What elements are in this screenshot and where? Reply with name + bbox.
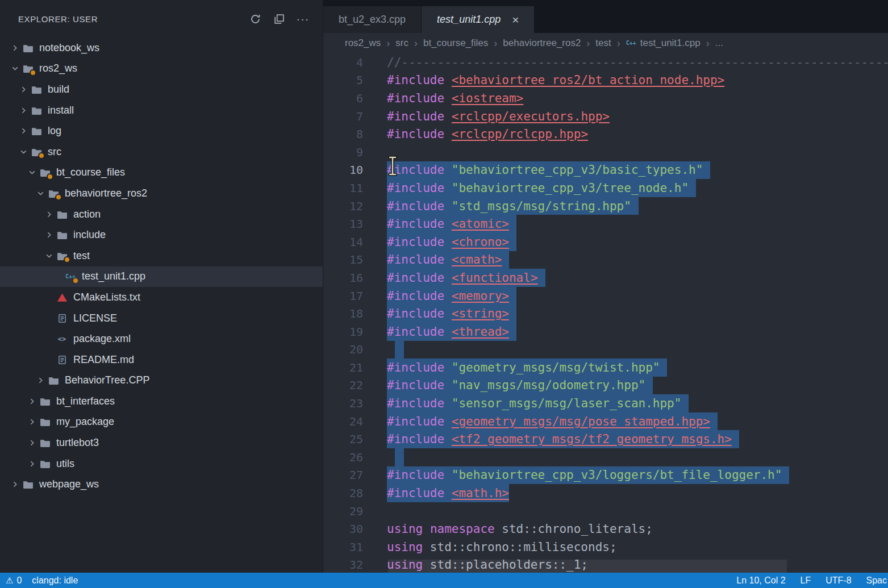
breadcrumb-item-[interactable]: ... bbox=[715, 37, 723, 49]
code-line-7[interactable]: 7#include <rclcpp/executors.hpp> bbox=[323, 107, 888, 126]
line-number: 11 bbox=[323, 181, 363, 195]
code-line-10[interactable]: 10#include "behaviortree_cpp_v3/basic_ty… bbox=[323, 161, 888, 180]
tree-item-behaviortree-ros2[interactable]: behaviortree_ros2 bbox=[0, 183, 323, 204]
breadcrumb-item-src[interactable]: src bbox=[395, 37, 408, 49]
tree-item-bt-interfaces[interactable]: bt_interfaces bbox=[0, 391, 323, 412]
tree-item-my-package[interactable]: my_package bbox=[0, 412, 323, 433]
code-line-4[interactable]: 4//-------------------------------------… bbox=[323, 53, 888, 72]
chevron-right-icon bbox=[26, 416, 37, 428]
code-line-12[interactable]: 12#include "std_msgs/msg/string.hpp" bbox=[323, 197, 888, 215]
encoding-selector[interactable]: UTF-8 bbox=[826, 576, 851, 586]
code-line-24[interactable]: 24#include <geometry_msgs/msg/pose_stamp… bbox=[323, 412, 888, 431]
tree-item-utils[interactable]: utils bbox=[0, 453, 323, 474]
warnings-indicator[interactable]: ⚠0 bbox=[6, 576, 22, 586]
twisty-spacer bbox=[43, 312, 55, 324]
tab-bt-u2-ex3-cpp[interactable]: bt_u2_ex3.cpp bbox=[323, 6, 422, 33]
tree-item-behaviortree-cpp[interactable]: BehaviorTree.CPP bbox=[0, 370, 323, 391]
tree-item-install[interactable]: install bbox=[0, 100, 323, 121]
document-file-icon bbox=[56, 312, 68, 324]
folder-icon bbox=[39, 458, 51, 469]
tree-item-test[interactable]: test bbox=[0, 245, 323, 266]
tree-item-src[interactable]: src bbox=[0, 141, 323, 162]
code-line-25[interactable]: 25#include <tf2_geometry_msgs/tf2_geomet… bbox=[323, 430, 888, 448]
code-line-11[interactable]: 11#include "behaviortree_cpp_v3/tree_nod… bbox=[323, 179, 888, 197]
tree-item-build[interactable]: build bbox=[0, 79, 323, 100]
refresh-icon bbox=[250, 14, 261, 24]
refresh-button[interactable] bbox=[247, 10, 264, 27]
code-line-30[interactable]: 30using namespace std::chrono_literals; bbox=[323, 520, 888, 538]
code-line-15[interactable]: 15#include <cmath> bbox=[323, 251, 888, 269]
breadcrumb-separator-icon: › bbox=[386, 37, 390, 49]
code-line-28[interactable]: 28#include <math.h> bbox=[323, 484, 888, 502]
tree-item-notebook-ws[interactable]: notebook_ws bbox=[0, 37, 323, 59]
code-line-19[interactable]: 19#include <thread> bbox=[323, 323, 888, 341]
line-number: 18 bbox=[323, 307, 363, 320]
chevron-right-icon bbox=[18, 84, 29, 95]
tree-item-bt-course-files[interactable]: bt_course_files bbox=[0, 162, 323, 184]
code-line-16[interactable]: 16#include <functional> bbox=[323, 269, 888, 287]
code-line-9[interactable]: 9 bbox=[323, 143, 888, 161]
code-lines: 4//-------------------------------------… bbox=[323, 53, 888, 573]
code-line-14[interactable]: 14#include <chrono> bbox=[323, 233, 888, 251]
tree-item-license[interactable]: LICENSE bbox=[0, 308, 323, 329]
collapse-folders-button[interactable] bbox=[270, 10, 287, 27]
tree-item-package-xml[interactable]: <>package.xml bbox=[0, 328, 323, 349]
code-line-21[interactable]: 21#include "geometry_msgs/msg/twist.hpp" bbox=[323, 358, 888, 377]
code-line-6[interactable]: 6#include <iostream> bbox=[323, 89, 888, 107]
tree-item-webpage-ws[interactable]: webpage_ws bbox=[0, 474, 323, 495]
breadcrumb-item-test-unit1-cpp[interactable]: C++test_unit1.cpp bbox=[626, 37, 701, 49]
tab-test-unit1-cpp[interactable]: test_unit1.cpp× bbox=[422, 6, 535, 33]
tree-item-ros2-ws[interactable]: ros2_ws bbox=[0, 59, 323, 80]
selection-stub bbox=[395, 341, 404, 359]
code-line-22[interactable]: 22#include "nav_msgs/msg/odometry.hpp" bbox=[323, 377, 888, 395]
close-icon[interactable]: × bbox=[512, 14, 519, 26]
line-number: 13 bbox=[323, 217, 363, 231]
code-line-23[interactable]: 23#include "sensor_msgs/msg/laser_scan.h… bbox=[323, 394, 888, 412]
code-line-27[interactable]: 27#include "behaviortree_cpp_v3/loggers/… bbox=[323, 466, 888, 485]
code-line-5[interactable]: 5#include <behaviortree_ros2/bt_action_n… bbox=[323, 72, 888, 90]
git-modified-dot bbox=[55, 194, 62, 201]
clangd-status[interactable]: clangd: idle bbox=[32, 576, 78, 586]
tree-item-label: CMakeLists.txt bbox=[73, 291, 140, 303]
tree-item-include[interactable]: include bbox=[0, 224, 323, 245]
twisty-spacer bbox=[43, 354, 55, 365]
tree-item-log[interactable]: log bbox=[0, 120, 323, 141]
chevron-down-icon bbox=[9, 63, 20, 74]
code-line-18[interactable]: 18#include <string> bbox=[323, 305, 888, 323]
tree-item-label: notebook_ws bbox=[39, 42, 99, 54]
breadcrumb-item-behaviortree-ros2[interactable]: behaviortree_ros2 bbox=[503, 37, 581, 49]
explorer-actions: ··· bbox=[247, 10, 311, 27]
code-line-29[interactable]: 29 bbox=[323, 502, 888, 520]
tree-item-readme-md[interactable]: README.md bbox=[0, 349, 323, 370]
line-number: 19 bbox=[323, 325, 363, 339]
chevron-right-icon bbox=[26, 458, 37, 469]
breadcrumb-separator-icon: › bbox=[617, 37, 620, 49]
code-line-13[interactable]: 13#include <atomic> bbox=[323, 215, 888, 233]
tree-item-label: test bbox=[73, 250, 90, 262]
horizontal-scrollbar[interactable] bbox=[388, 560, 787, 573]
code-line-20[interactable]: 20 bbox=[323, 341, 888, 359]
indentation-selector[interactable]: Spac bbox=[866, 576, 887, 586]
more-actions-button[interactable]: ··· bbox=[294, 10, 311, 27]
code-line-31[interactable]: 31using std::chrono::milliseconds; bbox=[323, 538, 888, 556]
cursor-position[interactable]: Ln 10, Col 2 bbox=[736, 576, 785, 586]
tree-item-action[interactable]: action bbox=[0, 204, 323, 225]
code-line-26[interactable]: 26 bbox=[323, 448, 888, 466]
line-number: 9 bbox=[323, 145, 363, 159]
code-editor[interactable]: 4//-------------------------------------… bbox=[323, 53, 888, 573]
tree-item-label: include bbox=[73, 229, 106, 241]
eol-selector[interactable]: LF bbox=[801, 576, 811, 586]
line-number: 14 bbox=[323, 235, 363, 249]
tree-item-label: turtlebot3 bbox=[56, 437, 99, 449]
breadcrumb-item-test[interactable]: test bbox=[595, 37, 611, 49]
tree-item-cmakelists-txt[interactable]: CMakeLists.txt bbox=[0, 287, 323, 308]
line-number: 27 bbox=[323, 468, 363, 482]
breadcrumb-item-ros2-ws[interactable]: ros2_ws bbox=[345, 37, 381, 49]
code-line-17[interactable]: 17#include <memory> bbox=[323, 287, 888, 305]
tree-item-turtlebot3[interactable]: turtlebot3 bbox=[0, 432, 323, 453]
tree-item-label: src bbox=[48, 146, 61, 158]
code-line-8[interactable]: 8#include <rclcpp/rclcpp.hpp> bbox=[323, 125, 888, 143]
tree-item-test-unit1-cpp[interactable]: C++test_unit1.cpp bbox=[0, 266, 323, 287]
breadcrumb-item-bt-course-files[interactable]: bt_course_files bbox=[423, 37, 488, 49]
chevron-right-icon bbox=[35, 375, 46, 386]
